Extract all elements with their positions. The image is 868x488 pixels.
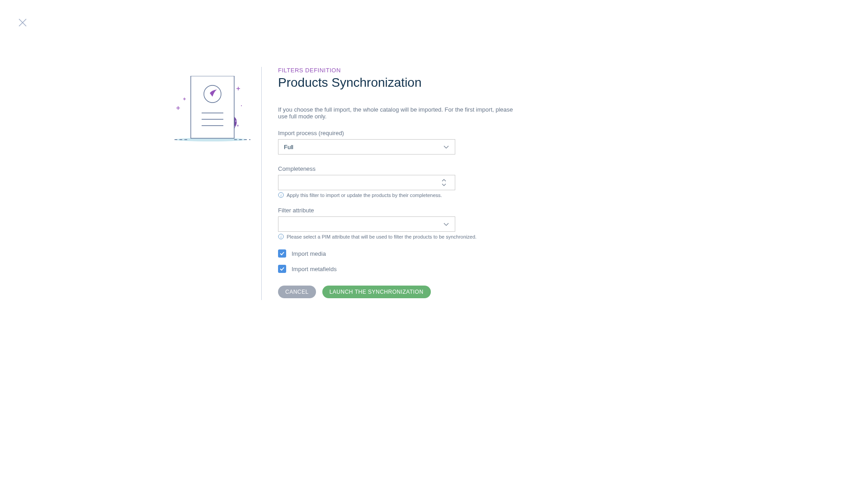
field-import-process: Import process (required) Full [278,130,522,155]
eyebrow-label: FILTERS DEFINITION [278,67,522,74]
page-title: Products Synchronization [278,75,522,90]
import-process-label: Import process (required) [278,130,522,136]
number-stepper[interactable] [441,175,451,190]
checkbox-import-metafields[interactable]: Import metafields [278,265,522,273]
info-icon: i [278,192,284,198]
filter-attribute-label: Filter attribute [278,207,522,214]
check-icon [279,251,285,256]
checkbox-label: Import media [292,250,326,257]
import-process-value: Full [284,144,293,150]
check-icon [279,266,285,272]
info-icon: i [278,234,284,239]
svg-point-19 [241,105,242,106]
completeness-input[interactable] [278,175,455,190]
illustration-column [158,67,261,300]
chevron-down-icon [443,144,449,150]
form-column: FILTERS DEFINITION Products Synchronizat… [278,67,522,300]
chevron-down-icon [441,183,447,187]
chevron-up-icon [441,178,447,182]
illustration [165,76,254,141]
filter-attribute-select[interactable] [278,216,455,232]
field-filter-attribute: Filter attribute i Please select a PIM a… [278,207,522,239]
filter-attribute-helper: i Please select a PIM attribute that wil… [278,234,522,239]
close-icon [18,18,27,27]
svg-point-6 [237,125,239,127]
completeness-helper: i Apply this filter to import or update … [278,192,522,198]
cancel-button[interactable]: CANCEL [278,286,316,298]
svg-point-5 [235,120,237,122]
filter-attribute-helper-text: Please select a PIM attribute that will … [287,234,476,239]
completeness-label: Completeness [278,165,522,172]
checkbox-import-media[interactable]: Import media [278,249,522,258]
field-completeness: Completeness i Apply this filter to impo… [278,165,522,198]
chevron-down-icon [443,221,449,227]
completeness-helper-text: Apply this filter to import or update th… [287,192,442,198]
vertical-divider [261,67,262,300]
description-text: If you choose the full import, the whole… [278,106,522,120]
checkbox-box [278,249,286,258]
svg-text:i: i [280,193,281,197]
svg-text:i: i [280,235,281,239]
close-button[interactable] [18,18,27,27]
checkbox-label: Import metafields [292,266,337,272]
import-process-select[interactable]: Full [278,139,455,155]
modal-content: FILTERS DEFINITION Products Synchronizat… [158,67,522,300]
actions: CANCEL LAUNCH THE SYNCHRONIZATION [278,286,522,298]
launch-button[interactable]: LAUNCH THE SYNCHRONIZATION [322,286,431,298]
checkbox-box [278,265,286,273]
